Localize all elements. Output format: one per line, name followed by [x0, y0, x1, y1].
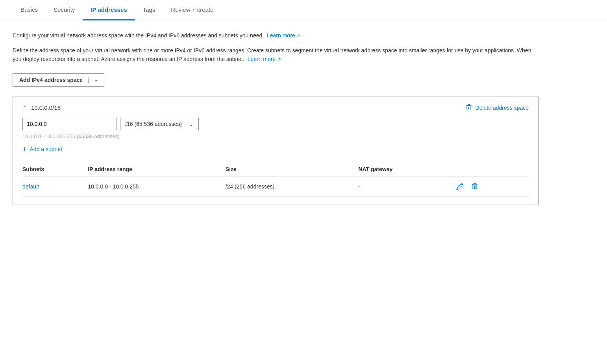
- description-2: Define the address space of your virtual…: [13, 46, 539, 64]
- edit-subnet-button[interactable]: [455, 182, 465, 191]
- address-space-container: ⌃ 10.0.0.0/16 Delete address space /16 (…: [13, 96, 539, 205]
- learn-more-link-1[interactable]: Learn more: [267, 32, 300, 39]
- col-ip-range: IP address range: [88, 162, 225, 177]
- action-buttons-cell: [455, 176, 529, 196]
- tab-tags[interactable]: Tags: [135, 0, 163, 20]
- chevron-up-icon[interactable]: ⌃: [22, 105, 27, 111]
- tab-review-create[interactable]: Review + create: [163, 0, 221, 20]
- nat-gateway-cell: -: [358, 176, 455, 196]
- tab-security[interactable]: Security: [46, 0, 83, 20]
- add-ipv4-button[interactable]: Add IPv4 address space | ⌄: [13, 73, 104, 87]
- ip-range-cell: 10.0.0.0 - 10.0.0.255: [88, 176, 225, 196]
- trash-icon-row: [471, 183, 478, 190]
- subnets-table: Subnets IP address range Size NAT gatewa…: [22, 162, 529, 197]
- address-space-header: ⌃ 10.0.0.0/16 Delete address space: [22, 104, 529, 111]
- table-header-row: Subnets IP address range Size NAT gatewa…: [22, 162, 529, 177]
- address-title: ⌃ 10.0.0.0/16: [22, 104, 61, 111]
- ip-address-input[interactable]: [22, 118, 117, 130]
- chevron-down-icon: ⌄: [94, 77, 98, 83]
- tab-ip-addresses[interactable]: IP addresses: [83, 0, 135, 20]
- description-1: Configure your virtual network address s…: [13, 31, 539, 40]
- main-content: Configure your virtual network address s…: [0, 20, 551, 222]
- chevron-down-icon: ⌄: [189, 121, 194, 127]
- col-actions: [455, 162, 529, 177]
- subnet-default-link[interactable]: default: [22, 183, 39, 190]
- learn-more-link-2[interactable]: Learn more: [248, 56, 281, 62]
- col-subnets: Subnets: [22, 162, 88, 177]
- pencil-icon: [456, 183, 463, 190]
- subnet-name-cell: default: [22, 176, 88, 196]
- plus-icon: +: [22, 146, 27, 153]
- tab-navigation: Basics Security IP addresses Tags Review…: [0, 0, 607, 20]
- add-subnet-button[interactable]: + Add a subnet: [22, 146, 62, 153]
- action-icons: [455, 182, 524, 191]
- ip-inputs-row: /16 (65,536 addresses) ⌄: [22, 118, 529, 130]
- col-size: Size: [226, 162, 359, 177]
- address-range-hint: 10.0.0.0 - 10.0.255.255 (65536 addresses…: [22, 133, 529, 139]
- tab-basics[interactable]: Basics: [13, 0, 46, 20]
- col-nat-gateway: NAT gateway: [358, 162, 455, 177]
- size-cell: /24 (256 addresses): [226, 176, 359, 196]
- delete-subnet-button[interactable]: [470, 182, 480, 191]
- subnet-mask-dropdown[interactable]: /16 (65,536 addresses) ⌄: [120, 118, 199, 130]
- table-row: default 10.0.0.0 - 10.0.0.255 /24 (256 a…: [22, 176, 529, 196]
- button-divider: |: [87, 77, 89, 83]
- trash-icon: [465, 104, 472, 111]
- delete-address-space-button[interactable]: Delete address space: [465, 104, 529, 111]
